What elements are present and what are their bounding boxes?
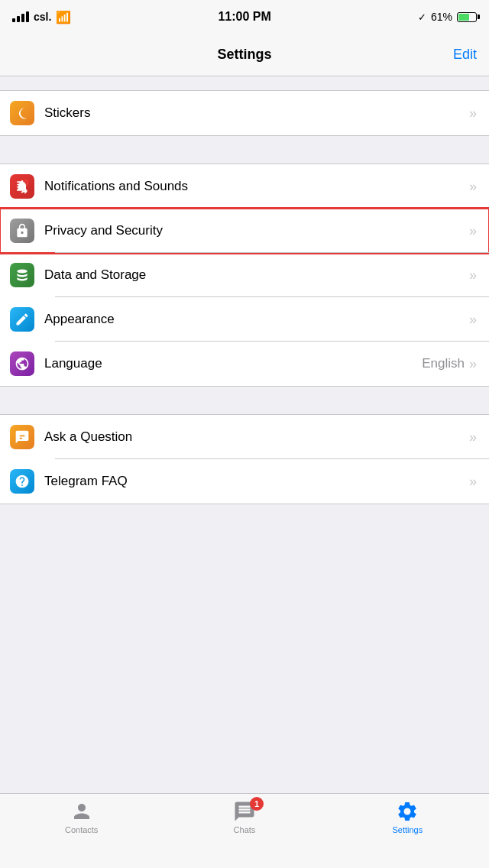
settings-item-faq[interactable]: Telegram FAQ »	[0, 459, 489, 504]
section-gap-1	[0, 76, 489, 90]
settings-item-privacy[interactable]: Privacy and Security »	[0, 209, 489, 253]
faq-label: Telegram FAQ	[44, 474, 469, 489]
data-chevron: »	[469, 267, 477, 283]
settings-icon-wrap	[396, 800, 419, 823]
contacts-tab-label: Contacts	[65, 825, 98, 834]
edit-button[interactable]: Edit	[453, 47, 477, 63]
data-label: Data and Storage	[44, 267, 469, 283]
tab-item-settings[interactable]: Settings	[326, 800, 489, 834]
language-chevron: »	[469, 356, 477, 372]
icon-wrapper-privacy	[0, 219, 44, 243]
battery-indicator	[457, 12, 477, 22]
signal-bar-1	[12, 18, 15, 22]
settings-group-3: Ask a Question » Telegram FAQ »	[0, 414, 489, 504]
section-gap-3	[0, 387, 489, 414]
appearance-chevron: »	[469, 312, 477, 328]
appearance-label: Appearance	[44, 312, 469, 327]
settings-icon	[396, 800, 419, 823]
svg-point-1	[17, 270, 27, 274]
icon-wrapper-data	[0, 263, 44, 287]
stickers-chevron: »	[469, 105, 477, 121]
privacy-icon	[10, 219, 34, 243]
settings-group-1: Stickers »	[0, 90, 489, 136]
ask-chevron: »	[469, 429, 477, 445]
data-icon	[10, 263, 34, 287]
signal-bar-3	[21, 14, 24, 22]
stickers-label: Stickers	[44, 105, 469, 121]
signal-bar-2	[17, 16, 20, 22]
settings-item-language[interactable]: Language English »	[0, 342, 489, 386]
chats-badge: 1	[250, 797, 264, 811]
icon-wrapper-ask	[0, 425, 44, 449]
language-value: English	[422, 356, 465, 371]
privacy-chevron: »	[469, 223, 477, 239]
settings-item-stickers[interactable]: Stickers »	[0, 91, 489, 135]
section-gap-4	[0, 504, 489, 532]
status-bar: csl. 📶 11:00 PM ✓ 61%	[0, 0, 489, 34]
faq-chevron: »	[469, 474, 477, 490]
icon-wrapper-faq	[0, 469, 44, 494]
icon-wrapper-language	[0, 351, 44, 376]
signal-bar-4	[26, 11, 29, 22]
status-right: ✓ 61%	[418, 11, 477, 23]
language-icon	[10, 351, 34, 376]
settings-item-ask[interactable]: Ask a Question »	[0, 415, 489, 459]
icon-wrapper-stickers	[0, 101, 44, 125]
chats-icon-wrap: 1	[233, 800, 256, 823]
status-time: 11:00 PM	[218, 10, 270, 24]
page-title: Settings	[217, 47, 271, 63]
contacts-icon-wrap	[70, 800, 93, 823]
ask-label: Ask a Question	[44, 429, 469, 445]
notifications-label: Notifications and Sounds	[44, 179, 469, 194]
status-left: csl. 📶	[12, 10, 71, 24]
faq-icon	[10, 469, 34, 494]
tab-item-chats[interactable]: 1 Chats	[163, 800, 325, 834]
settings-item-notifications[interactable]: Notifications and Sounds »	[0, 164, 489, 209]
section-gap-2	[0, 136, 489, 164]
notifications-icon	[10, 174, 34, 199]
wifi-icon: 📶	[56, 10, 71, 24]
icon-wrapper-notifications	[0, 174, 44, 199]
settings-group-2: Notifications and Sounds » Privacy and S…	[0, 164, 489, 387]
nav-bar: Settings Edit	[0, 34, 489, 76]
notifications-chevron: »	[469, 179, 477, 195]
battery-percent: 61%	[431, 11, 452, 23]
privacy-label: Privacy and Security	[44, 223, 469, 238]
tab-item-contacts[interactable]: Contacts	[0, 800, 163, 834]
signal-bars	[12, 11, 29, 22]
appearance-icon	[10, 307, 34, 332]
stickers-icon	[10, 101, 34, 125]
tab-bar: Contacts 1 Chats Settings	[0, 793, 489, 868]
settings-item-appearance[interactable]: Appearance »	[0, 297, 489, 342]
icon-wrapper-appearance	[0, 307, 44, 332]
settings-tab-label: Settings	[392, 825, 423, 834]
chats-tab-label: Chats	[234, 825, 256, 834]
ask-icon	[10, 425, 34, 449]
language-label: Language	[44, 356, 422, 371]
contacts-icon	[70, 800, 93, 823]
settings-item-data[interactable]: Data and Storage »	[0, 253, 489, 297]
location-icon: ✓	[418, 11, 426, 23]
carrier-label: csl.	[34, 11, 51, 23]
